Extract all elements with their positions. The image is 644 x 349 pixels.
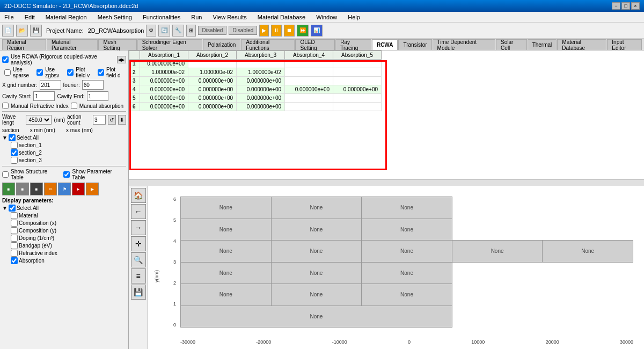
reset-btn[interactable]: ↺	[108, 115, 116, 125]
tree-section2[interactable]: section_2	[2, 149, 126, 156]
display-param-item[interactable]: Absorption	[2, 257, 126, 264]
tab-rcwa[interactable]: RCWA	[372, 39, 398, 50]
tab-additional[interactable]: Additional Functions	[241, 39, 295, 50]
tab-input-editor[interactable]: Input Editor	[607, 39, 642, 50]
play-btn[interactable]: ▶	[259, 25, 269, 37]
use-zgbsv-checkbox[interactable]	[36, 69, 43, 76]
tab-oled[interactable]: OLED Setting	[295, 39, 335, 50]
display-param-item[interactable]: Bandgap (eV)	[2, 242, 126, 249]
display-param-item[interactable]: Composition (y)	[2, 227, 126, 234]
grid-btn[interactable]: ⊞	[186, 25, 196, 37]
menu-view-results[interactable]: View Results	[210, 13, 248, 21]
tab-material-region[interactable]: Material Region	[2, 39, 46, 50]
open-btn[interactable]: 📂	[16, 25, 28, 37]
display-param-checkbox[interactable]	[11, 212, 18, 219]
tree-select-all[interactable]: ▼ Select All	[2, 134, 126, 141]
menu-window[interactable]: Window	[314, 13, 339, 21]
use-rcwa-checkbox[interactable]	[2, 56, 9, 63]
menu-mesh-setting[interactable]: Mesh Setting	[96, 13, 134, 21]
forward-viz-btn[interactable]: →	[131, 220, 146, 235]
gray-icon-btn[interactable]: ■	[16, 183, 29, 195]
blue-icon-btn[interactable]: ⚑	[58, 183, 71, 195]
menu-material-database[interactable]: Material Database	[255, 13, 308, 21]
table-cell: 1.000000e-02	[140, 68, 188, 77]
display-param-checkbox[interactable]	[11, 250, 18, 257]
tab-time-dependent[interactable]: Time Dependent Module	[433, 39, 496, 50]
display-param-checkbox[interactable]	[11, 235, 18, 242]
tab-polarization[interactable]: Polarization	[203, 39, 240, 50]
display-param-checkbox[interactable]	[11, 220, 18, 227]
wavelength-select[interactable]: 450.0	[26, 115, 52, 125]
tree-section1[interactable]: section_1	[2, 142, 126, 149]
plot-field-v-checkbox[interactable]	[67, 69, 74, 76]
minimize-button[interactable]: −	[612, 2, 620, 10]
fourier-input[interactable]	[82, 80, 104, 90]
menu-material-region[interactable]: Material Region	[43, 13, 89, 21]
pause-btn[interactable]: ⏸	[271, 25, 282, 37]
red-icon-btn[interactable]: ►	[72, 183, 85, 195]
table-cell: 0.000000e+00	[140, 94, 188, 103]
settings-viz-btn[interactable]: ≡	[131, 268, 146, 283]
tree-section3[interactable]: section_3	[2, 157, 126, 164]
refresh-btn[interactable]: 🔄	[158, 25, 170, 37]
fast-btn[interactable]: ⏩	[297, 25, 309, 37]
use-sparse-checkbox[interactable]	[4, 69, 11, 76]
display-param-checkbox[interactable]	[11, 257, 18, 264]
tab-transistor[interactable]: Transistor	[398, 39, 431, 50]
display-param-checkbox[interactable]	[11, 242, 18, 249]
green-icon-btn[interactable]: ■	[2, 183, 15, 195]
display-param-checkbox[interactable]	[11, 227, 18, 234]
new-btn[interactable]: 📄	[2, 25, 14, 37]
manual-absorption-checkbox[interactable]	[71, 103, 77, 109]
back-viz-btn[interactable]: ←	[131, 204, 146, 219]
display-select-all-checkbox[interactable]	[9, 205, 16, 212]
section1-checkbox[interactable]	[11, 142, 18, 149]
cavity-start-input[interactable]	[33, 91, 55, 101]
save-btn[interactable]: 💾	[30, 25, 42, 37]
action-count-input[interactable]	[93, 115, 106, 125]
menu-help[interactable]: Help	[346, 13, 362, 21]
tab-ray-tracing[interactable]: Ray Tracing	[335, 39, 371, 50]
plot-field-d-checkbox[interactable]	[98, 69, 104, 76]
menu-edit[interactable]: Edit	[23, 13, 37, 21]
display-param-item[interactable]: Material	[2, 212, 126, 219]
tab-solar-cell[interactable]: Solar Cell	[496, 39, 527, 50]
tab-material-parameter[interactable]: Material Parameter	[47, 39, 98, 50]
dark-icon-btn[interactable]: ■	[30, 183, 43, 195]
tab-thermal[interactable]: Thermal	[528, 39, 557, 50]
show-parameter-table-checkbox[interactable]	[63, 171, 70, 178]
menu-file[interactable]: File	[2, 13, 16, 21]
display-param-item[interactable]: Composition (x)	[2, 220, 126, 227]
manual-refindex-checkbox[interactable]	[2, 103, 9, 109]
tools-btn[interactable]: 🔧	[172, 25, 184, 37]
orange-icon-btn[interactable]: ✏	[44, 183, 57, 195]
home-viz-btn[interactable]: 🏠	[131, 188, 146, 203]
show-structure-table-checkbox[interactable]	[2, 171, 9, 178]
maximize-button[interactable]: □	[621, 2, 630, 10]
tab-material-db[interactable]: Material Database	[557, 39, 606, 50]
chart-btn[interactable]: 📊	[311, 25, 323, 37]
tab-mesh-setting[interactable]: Mesh Setting	[98, 39, 136, 50]
display-select-all[interactable]: ▼ Select All	[2, 205, 126, 212]
section2-checkbox[interactable]	[11, 149, 18, 156]
cavity-end-input[interactable]	[87, 91, 108, 101]
menu-functionalities[interactable]: Functionalities	[141, 13, 182, 21]
close-button[interactable]: ×	[631, 2, 640, 10]
move-viz-btn[interactable]: ✛	[131, 236, 146, 251]
download-btn[interactable]: ⬇	[118, 115, 126, 125]
tab-schrodinger[interactable]: Schrodinger Eigen Solver	[137, 39, 202, 50]
horizontal-scrollbar[interactable]	[129, 179, 644, 186]
menu-run[interactable]: Run	[189, 13, 204, 21]
stop-btn[interactable]: ⏹	[284, 25, 295, 37]
display-param-item[interactable]: Refractive index	[2, 250, 126, 257]
save-viz-btn[interactable]: 💾	[131, 285, 146, 300]
y-axis-title: y(nm)	[154, 270, 159, 282]
zoom-viz-btn[interactable]: 🔍	[131, 252, 146, 267]
settings-btn[interactable]: ⚙	[146, 25, 156, 37]
display-param-item[interactable]: Doping (1/cm³)	[2, 235, 126, 242]
section3-checkbox[interactable]	[11, 157, 18, 164]
select-all-checkbox[interactable]	[9, 134, 16, 141]
x-grid-input[interactable]	[40, 80, 61, 90]
rcwa-toggle-btn[interactable]: ◀▶	[117, 56, 126, 63]
play2-icon-btn[interactable]: ▶	[86, 183, 99, 195]
